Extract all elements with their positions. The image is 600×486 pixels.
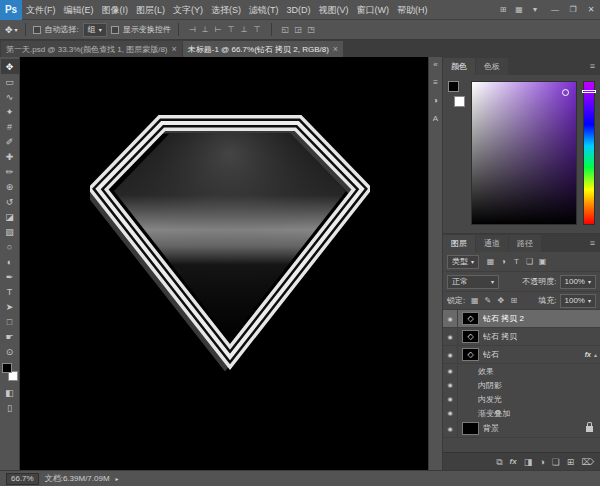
layer-name[interactable]: 钻石 拷贝 2 bbox=[483, 313, 524, 324]
effect-row[interactable]: ◉ 内阴影 bbox=[443, 378, 600, 392]
layer-row-diamond-copy-2[interactable]: ◉ ◇ 钻石 拷贝 2 bbox=[443, 310, 600, 328]
distribute-icon[interactable]: ◱ bbox=[279, 23, 292, 37]
quick-mask-button[interactable]: ◧ bbox=[1, 385, 19, 400]
show-transform-checkbox[interactable] bbox=[111, 26, 119, 34]
lock-option-icon[interactable]: ⊞ bbox=[507, 294, 520, 308]
align-icon[interactable]: ⊥ bbox=[199, 23, 212, 37]
new-group-button[interactable]: ❏ bbox=[552, 453, 560, 471]
layer-name[interactable]: 钻石 bbox=[483, 349, 499, 360]
distribute-icon[interactable]: ◳ bbox=[305, 23, 318, 37]
collapse-effects-icon[interactable]: ▴ bbox=[594, 351, 597, 358]
align-icon[interactable]: ⊥ bbox=[238, 23, 251, 37]
layer-thumbnail[interactable]: ◇ bbox=[462, 348, 479, 361]
layer-thumbnail[interactable]: ◇ bbox=[462, 330, 479, 343]
path-select-tool[interactable]: ➤ bbox=[1, 299, 19, 314]
tab-paths[interactable]: 路径 bbox=[509, 235, 541, 252]
pen-tool[interactable]: ✒ bbox=[1, 269, 19, 284]
eyedropper-tool[interactable]: ✐ bbox=[1, 134, 19, 149]
collapsed-panel-character[interactable]: A bbox=[433, 114, 438, 124]
tab-document-2[interactable]: 未标题-1 @ 66.7%(钻石 拷贝 2, RGB/8) × bbox=[183, 41, 343, 57]
saturation-brightness-field[interactable] bbox=[471, 81, 577, 225]
view-extras-icon[interactable]: ⊞ bbox=[496, 3, 510, 17]
canvas-area[interactable] bbox=[20, 57, 428, 470]
zoom-level-field[interactable]: 66.7% bbox=[6, 473, 39, 485]
menu-item[interactable]: 选择(S) bbox=[207, 0, 245, 20]
background-color-swatch[interactable] bbox=[454, 96, 465, 107]
collapsed-panel-adjustments[interactable]: ◑ bbox=[433, 96, 438, 106]
lock-option-icon[interactable]: ✥ bbox=[494, 294, 507, 308]
effects-group-row[interactable]: ◉ 效果 bbox=[443, 364, 600, 378]
filter-kind-icon[interactable]: ▦ bbox=[484, 255, 497, 269]
marquee-tool[interactable]: ▭ bbox=[1, 74, 19, 89]
foreground-color-swatch[interactable] bbox=[448, 81, 459, 92]
restore-button[interactable]: ❐ bbox=[564, 0, 582, 20]
layer-row-diamond-copy[interactable]: ◉ ◇ 钻石 拷贝 bbox=[443, 328, 600, 346]
minimize-button[interactable]: — bbox=[546, 0, 564, 20]
layer-style-button[interactable]: fx bbox=[510, 453, 517, 471]
align-icon[interactable]: ⊢ bbox=[212, 23, 225, 37]
collapsed-panel-properties[interactable]: ≡ bbox=[433, 78, 438, 88]
color-fg-bg-swatches[interactable] bbox=[448, 81, 465, 107]
close-icon[interactable]: × bbox=[333, 44, 338, 54]
align-icon[interactable]: ⊣ bbox=[186, 23, 199, 37]
healing-brush-tool[interactable]: ✚ bbox=[1, 149, 19, 164]
foreground-background-swatches[interactable] bbox=[2, 363, 18, 381]
filter-kind-icon[interactable]: T bbox=[510, 255, 523, 269]
opacity-dropdown[interactable]: 100% ▾ bbox=[560, 275, 596, 289]
menu-item[interactable]: 3D(D) bbox=[283, 0, 315, 20]
effects-visibility-toggle[interactable]: ◉ bbox=[443, 364, 458, 378]
lasso-tool[interactable]: ∿ bbox=[1, 89, 19, 104]
menu-item[interactable]: 文件(F) bbox=[22, 0, 60, 20]
visibility-toggle[interactable]: ◉ bbox=[443, 328, 458, 345]
screen-mode-button[interactable]: ▯ bbox=[1, 400, 19, 415]
link-layers-button[interactable]: ⧉ bbox=[496, 453, 502, 471]
auto-select-checkbox[interactable] bbox=[33, 26, 41, 34]
eraser-tool[interactable]: ◪ bbox=[1, 209, 19, 224]
menu-item[interactable]: 窗口(W) bbox=[353, 0, 394, 20]
menu-item[interactable]: 滤镜(T) bbox=[245, 0, 283, 20]
hand-tool[interactable]: ☛ bbox=[1, 329, 19, 344]
filter-kind-icon[interactable]: ▣ bbox=[536, 255, 549, 269]
tab-document-1[interactable]: 第一天.psd @ 33.3%(颜色查找 1, 图层蒙版/8) × bbox=[1, 41, 182, 57]
close-button[interactable]: ✕ bbox=[582, 0, 600, 20]
tab-color[interactable]: 颜色 bbox=[443, 58, 475, 75]
zoom-tool[interactable]: ⊙ bbox=[1, 344, 19, 359]
arrange-documents-icon[interactable]: ▦ bbox=[512, 3, 526, 17]
visibility-toggle[interactable]: ◉ bbox=[443, 420, 458, 437]
fill-dropdown[interactable]: 100% ▾ bbox=[560, 294, 596, 308]
layer-row-background[interactable]: ◉ 背景 bbox=[443, 420, 600, 438]
visibility-toggle[interactable]: ◉ bbox=[443, 346, 458, 363]
panel-menu-icon[interactable]: ≡ bbox=[585, 235, 600, 252]
brush-tool[interactable]: ✏ bbox=[1, 164, 19, 179]
distribute-icon[interactable]: ◲ bbox=[292, 23, 305, 37]
visibility-toggle[interactable]: ◉ bbox=[443, 310, 458, 327]
align-icon[interactable]: ⊤ bbox=[251, 23, 264, 37]
close-icon[interactable]: × bbox=[172, 44, 177, 54]
hue-slider-handle[interactable] bbox=[582, 90, 596, 93]
workspace-switcher-icon[interactable]: ▾ bbox=[528, 3, 542, 17]
status-menu-arrow-icon[interactable]: ▸ bbox=[116, 475, 119, 482]
layer-name[interactable]: 背景 bbox=[483, 423, 499, 434]
menu-item[interactable]: 编辑(E) bbox=[60, 0, 98, 20]
menu-item[interactable]: 帮助(H) bbox=[393, 0, 432, 20]
layer-name[interactable]: 钻石 拷贝 bbox=[483, 331, 517, 342]
effect-visibility-toggle[interactable]: ◉ bbox=[443, 406, 458, 420]
active-tool-badge[interactable]: ✥ ▾ bbox=[5, 25, 18, 35]
effect-visibility-toggle[interactable]: ◉ bbox=[443, 392, 458, 406]
add-mask-button[interactable]: ◨ bbox=[524, 453, 533, 471]
lock-option-icon[interactable]: ✎ bbox=[481, 294, 494, 308]
new-layer-button[interactable]: ⊞ bbox=[567, 453, 575, 471]
quick-select-tool[interactable]: ✦ bbox=[1, 104, 19, 119]
move-tool[interactable]: ✥ bbox=[1, 59, 19, 74]
filter-type-dropdown[interactable]: 类型 ▾ bbox=[447, 255, 479, 269]
filter-kind-icon[interactable]: ◑ bbox=[497, 255, 510, 269]
adjustment-layer-button[interactable]: ◑ bbox=[539, 453, 544, 471]
tab-layers[interactable]: 图层 bbox=[443, 235, 475, 252]
clone-stamp-tool[interactable]: ⊛ bbox=[1, 179, 19, 194]
effect-row[interactable]: ◉ 内发光 bbox=[443, 392, 600, 406]
menu-item[interactable]: 视图(V) bbox=[315, 0, 353, 20]
menu-item[interactable]: 图像(I) bbox=[98, 0, 133, 20]
delete-layer-button[interactable]: ⌦ bbox=[581, 453, 594, 471]
hue-slider[interactable] bbox=[583, 81, 595, 225]
blur-tool[interactable]: ○ bbox=[1, 239, 19, 254]
